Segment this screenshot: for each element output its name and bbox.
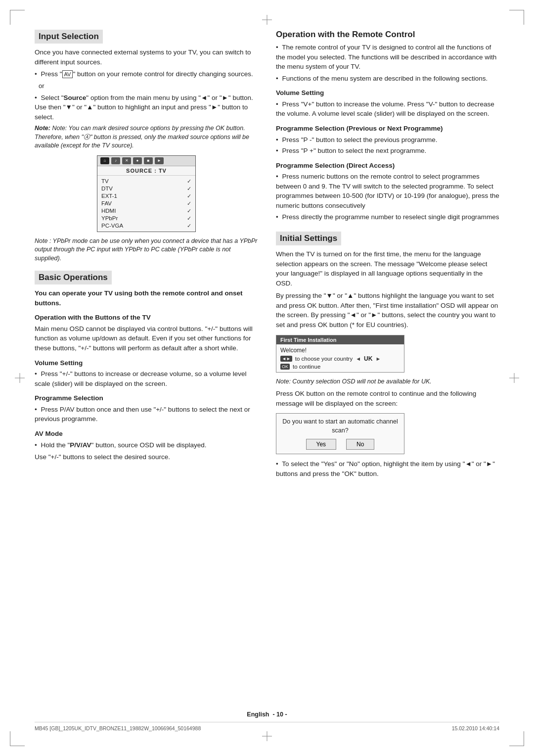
remote-note: • Functions of the menu system are descr… <box>276 74 499 84</box>
two-column-layout: Input Selection Once you have connected … <box>35 30 499 706</box>
reg-mark-top <box>262 15 272 25</box>
av-text1: • Hold the "P/V/AV" button, source OSD w… <box>35 440 258 450</box>
reg-mark-bottom <box>262 731 272 741</box>
basic-operations-section: Basic Operations You can operate your TV… <box>35 271 258 464</box>
corner-mark-br <box>509 731 524 746</box>
footer: English - 10 - <box>35 706 499 718</box>
programme-direct-text2: • Press directly the programme number to… <box>276 212 499 222</box>
initial-settings-section: Initial Settings When the TV is turned o… <box>276 232 499 481</box>
programme-direct-text: • Press numeric buttons on the remote co… <box>276 172 499 210</box>
page-number: - 10 - <box>272 711 287 718</box>
remote-section-title: Operation with the Remote Control <box>276 30 499 40</box>
input-intro: Once you have connected external systems… <box>35 47 258 67</box>
volume-setting-left-text: • Press "+/-" buttons to increase or dec… <box>35 369 258 388</box>
fti-right-arrow: ► <box>375 356 381 362</box>
page: Input Selection Once you have connected … <box>0 0 534 756</box>
fti-welcome: Welcome! <box>280 347 400 354</box>
reg-mark-right <box>509 373 519 383</box>
reg-mark-left <box>15 373 25 383</box>
programme-prev1: • Press "P -" button to select the previ… <box>276 135 499 145</box>
remote-intro: • The remote control of your TV is desig… <box>276 43 499 72</box>
fti-hint2-text: to continue <box>293 364 320 370</box>
fti-nav-btn1: ◄► <box>280 356 292 362</box>
programme-prev-title: Programme Selection (Previous or Next Pr… <box>276 124 499 134</box>
osd-icon-rec: ● <box>133 157 142 164</box>
input-note-text: Note: You can mark desired source option… <box>35 125 249 149</box>
page-footer-bar: MB45 [GB]_1205UK_IDTV_BRONZE11_19882W_10… <box>35 722 499 731</box>
scan-no-button[interactable]: No <box>346 439 374 450</box>
input-note: Note: Note: You can mark desired source … <box>35 124 258 150</box>
osd-icons: ⌂ ♪ ✕ ● ■ ► <box>100 157 164 164</box>
av-mode-title: AV Mode <box>35 429 258 439</box>
input-bullet1: • Press "AV" button on your remote contr… <box>35 69 258 79</box>
basic-bold-intro: You can operate your TV using both the r… <box>35 288 258 308</box>
fti-country: UK <box>364 355 372 362</box>
buttons-subsection-title: Operation with the Buttons of the TV <box>35 313 258 323</box>
scan-text: Do you want to start an automatic channe… <box>282 418 398 435</box>
corner-mark-tl <box>10 10 25 25</box>
fti-left-arrow: ◄ <box>356 356 361 362</box>
source-osd-title: SOURCE : TV <box>97 166 195 176</box>
input-selection-section: Input Selection Once you have connected … <box>35 30 258 266</box>
remote-control-section: Operation with the Remote Control • The … <box>276 30 499 225</box>
input-note2: Note : YPbPr mode can be use only when y… <box>35 237 258 263</box>
volume-setting-right-title: Volume Setting <box>276 88 499 98</box>
fti-header: First Time Installation <box>276 335 404 344</box>
osd-row-hdmi: HDMI✓ <box>101 207 191 215</box>
corner-mark-tr <box>509 10 524 25</box>
right-column: Operation with the Remote Control • The … <box>276 30 499 706</box>
source-osd-header: ⌂ ♪ ✕ ● ■ ► <box>97 156 195 166</box>
initial-para2: By pressing the "▼" or "▲" buttons highl… <box>276 291 499 330</box>
input-section-title: Input Selection <box>35 30 103 44</box>
scan-yes-button[interactable]: Yes <box>306 439 337 450</box>
input-bullet2: • Select "Source" option from the main m… <box>35 93 258 122</box>
corner-mark-bl <box>10 731 25 746</box>
programme-prev2: • Press "P +" button to select the next … <box>276 146 499 156</box>
fti-hint1-text: to choose your country <box>295 356 353 362</box>
programme-selection-left-title: Programme Selection <box>35 393 258 403</box>
osd-row-tv: TV✓ <box>101 178 191 185</box>
source-osd: ⌂ ♪ ✕ ● ■ ► SOURCE : TV TV✓ DTV✓ EXT-1✓ <box>97 155 196 232</box>
initial-para1: When the TV is turned on for the first t… <box>276 249 499 288</box>
fti-nav-btn2: OK <box>280 364 290 370</box>
scan-buttons: Yes No <box>306 439 375 450</box>
volume-setting-left-title: Volume Setting <box>35 358 258 368</box>
osd-icon-stop: ■ <box>144 157 153 164</box>
footer-left: MB45 [GB]_1205UK_IDTV_BRONZE11_19882W_10… <box>35 725 201 731</box>
osd-icon-settings: ✕ <box>122 157 131 164</box>
footer-right: 15.02.2010 14:40:14 <box>452 725 499 731</box>
input-bullet2-text: Select "Source" option from the main men… <box>35 94 253 121</box>
scan-body: Do you want to start an automatic channe… <box>276 414 404 454</box>
source-osd-body: TV✓ DTV✓ EXT-1✓ FAV✓ HDMI✓ YPbPr✓ PC-VGA… <box>97 176 195 232</box>
input-bullet1-text: Press "AV" button on your remote control… <box>41 70 253 78</box>
osd-row-ypbpr: YPbPr✓ <box>101 215 191 222</box>
fti-hint2: OK to continue <box>280 364 400 370</box>
volume-setting-right-text: • Press "V+" button to increase the volu… <box>276 99 499 119</box>
osd-row-ext1: EXT-1✓ <box>101 192 191 200</box>
osd-row-fav: FAV✓ <box>101 200 191 207</box>
initial-para3: Press OK button on the remote control to… <box>276 389 499 408</box>
osd-icon-tv: ⌂ <box>100 157 109 164</box>
left-column: Input Selection Once you have connected … <box>35 30 258 706</box>
or-text: or <box>39 82 258 91</box>
country-note: Note: Country selection OSD will not be … <box>276 378 499 386</box>
programme-direct-title: Programme Selection (Direct Access) <box>276 161 499 171</box>
language-label: English <box>247 711 269 718</box>
final-text: • To select the "Yes" or "No" option, hi… <box>276 459 499 478</box>
av-text2: Use "+/-" buttons to select the desired … <box>35 452 258 462</box>
osd-icon-play: ► <box>155 157 164 164</box>
fti-osd: First Time Installation Welcome! ◄► to c… <box>276 335 404 373</box>
basic-section-title: Basic Operations <box>35 271 112 284</box>
scan-osd: Do you want to start an automatic channe… <box>276 413 404 454</box>
programme-selection-left-text: • Press P/AV button once and then use "+… <box>35 405 258 424</box>
osd-icon-music: ♪ <box>111 157 120 164</box>
fti-body: Welcome! ◄► to choose your country ◄ UK … <box>276 344 404 372</box>
initial-section-title: Initial Settings <box>276 232 341 245</box>
osd-row-pcvga: PC-VGA✓ <box>101 222 191 230</box>
fti-hint1: ◄► to choose your country ◄ UK ► <box>280 355 400 362</box>
buttons-intro: Main menu OSD cannot be displayed via co… <box>35 324 258 353</box>
osd-row-dtv: DTV✓ <box>101 185 191 192</box>
